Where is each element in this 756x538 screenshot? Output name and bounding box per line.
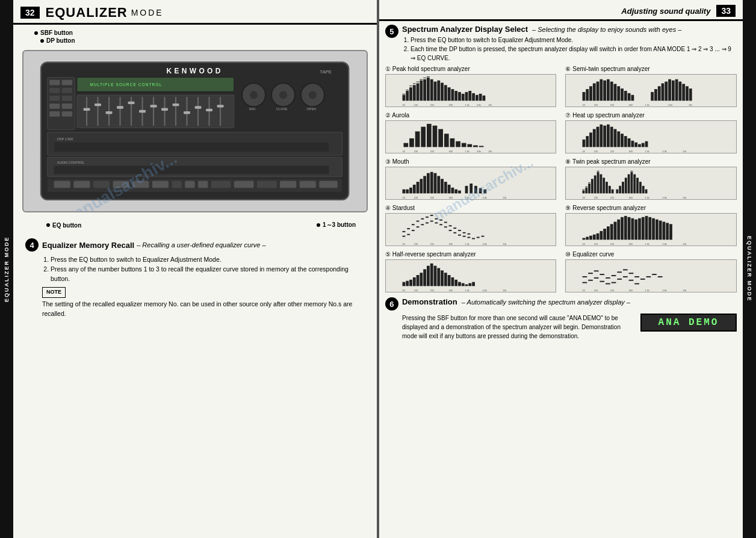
svg-rect-116 <box>593 83 596 100</box>
svg-text:16k: 16k <box>683 289 687 292</box>
svg-rect-84 <box>437 81 440 101</box>
eq-button-label: EQ button <box>52 222 81 229</box>
svg-text:AUDIO CONTROL: AUDIO CONTROL <box>57 161 84 164</box>
svg-text:16k: 16k <box>488 150 492 153</box>
svg-rect-37 <box>162 108 169 111</box>
spectrum-label-9: ⑨ Reverse spectrum analyzer <box>565 205 737 211</box>
spectrum-item-6: ⑥ Semi-twin spectrum analyzer <box>565 66 737 107</box>
svg-rect-122 <box>614 84 617 100</box>
svg-rect-264 <box>417 221 420 222</box>
svg-text:40: 40 <box>403 104 405 107</box>
svg-rect-154 <box>444 134 449 147</box>
svg-rect-287 <box>472 238 475 239</box>
svg-rect-364 <box>618 271 622 273</box>
svg-rect-214 <box>479 188 482 194</box>
svg-rect-319 <box>659 221 662 240</box>
svg-rect-249 <box>631 171 633 172</box>
svg-rect-101 <box>413 83 416 84</box>
svg-rect-341 <box>441 270 444 286</box>
svg-text:100: 100 <box>414 243 418 246</box>
svg-rect-365 <box>623 269 628 270</box>
svg-text:100: 100 <box>594 150 598 153</box>
svg-rect-285 <box>467 237 470 238</box>
svg-rect-266 <box>421 218 424 220</box>
spectrum-display-3: 40 100 250 600 1.6k 4.8k 16k <box>385 167 557 200</box>
svg-rect-208 <box>451 188 454 194</box>
svg-text:600: 600 <box>449 243 453 246</box>
svg-text:100: 100 <box>594 197 598 199</box>
svg-rect-265 <box>421 224 424 225</box>
spectrum-display-9: 40 100 250 600 1.6k 4.8k 16k <box>565 213 737 246</box>
svg-rect-170 <box>590 132 593 147</box>
svg-rect-103 <box>420 79 423 80</box>
svg-rect-91 <box>462 94 465 101</box>
section-5-heading: 5 Spectrum Analyzer Display Select – Sel… <box>385 25 737 63</box>
svg-rect-233 <box>612 190 614 194</box>
svg-rect-368 <box>640 279 645 280</box>
eq-label-row: EQ button <box>46 221 81 229</box>
svg-rect-267 <box>426 222 429 223</box>
svg-rect-178 <box>618 131 621 147</box>
svg-rect-34 <box>128 102 135 104</box>
spectrum-svg-8: 40 100 250 600 1.6k 4.8k 16k <box>566 167 736 199</box>
spectrum-label-2: ② Aurola <box>385 112 557 119</box>
svg-text:40: 40 <box>403 289 405 292</box>
dp-dot <box>40 39 44 43</box>
svg-rect-62 <box>113 181 129 188</box>
svg-text:250: 250 <box>430 150 434 153</box>
svg-rect-215 <box>483 190 486 194</box>
svg-rect-13 <box>62 104 72 109</box>
svg-rect-131 <box>662 83 665 100</box>
svg-rect-322 <box>670 224 673 240</box>
spectrum-svg-5: 40 100 250 600 1.6k 4.8k 16k <box>386 260 556 292</box>
svg-rect-235 <box>619 186 622 194</box>
svg-rect-212 <box>469 184 472 193</box>
sbf-dot <box>34 31 38 35</box>
right-side-label: EQUALIZER MODE <box>743 0 756 538</box>
svg-rect-150 <box>421 127 426 147</box>
svg-text:40: 40 <box>403 243 405 246</box>
svg-rect-283 <box>463 236 466 237</box>
note-box: NOTE <box>42 287 66 298</box>
svg-point-44 <box>250 91 258 99</box>
svg-text:1.6k: 1.6k <box>465 197 469 199</box>
svg-rect-345 <box>454 280 457 286</box>
svg-rect-284 <box>463 232 466 233</box>
svg-text:600: 600 <box>449 197 453 199</box>
svg-rect-311 <box>631 218 634 240</box>
svg-rect-239 <box>631 172 633 194</box>
svg-rect-33 <box>117 107 124 109</box>
svg-rect-228 <box>597 172 600 194</box>
svg-text:40: 40 <box>583 243 585 246</box>
demo-display: ANA DEMO <box>640 314 737 332</box>
sbf-button-label: SBF button <box>40 29 73 36</box>
spectrum-item-9: ⑨ Reverse spectrum analyzer <box>565 205 737 246</box>
svg-text:100: 100 <box>414 289 418 292</box>
svg-rect-310 <box>628 217 631 240</box>
svg-text:16k: 16k <box>503 289 506 292</box>
dp-button-label: DP button <box>46 37 75 44</box>
svg-text:4.8k: 4.8k <box>483 197 487 199</box>
svg-text:TAPE: TAPE <box>320 69 332 75</box>
spectrum-svg-4: 40 100 250 600 1.6k 4.8k 16k <box>386 214 556 246</box>
svg-rect-185 <box>642 143 645 147</box>
svg-rect-377 <box>612 282 616 283</box>
svg-rect-61 <box>93 181 110 188</box>
svg-text:40: 40 <box>583 150 585 153</box>
left-side-label: EQUALIZER MODE <box>0 0 13 538</box>
svg-text:250: 250 <box>610 289 614 292</box>
svg-rect-207 <box>448 185 451 193</box>
svg-rect-339 <box>434 266 437 286</box>
svg-rect-171 <box>593 129 596 147</box>
svg-rect-14 <box>49 111 60 117</box>
svg-rect-9 <box>62 88 72 93</box>
svg-text:4.8k: 4.8k <box>663 289 667 292</box>
svg-rect-350 <box>472 282 475 286</box>
svg-rect-225 <box>589 184 591 193</box>
spectrum-svg-6: 40 100 250 600 1.6k 4.8k 16k <box>566 75 736 107</box>
spectrum-display-4: 40 100 250 600 1.6k 4.8k 16k <box>385 213 557 246</box>
svg-rect-342 <box>444 273 447 286</box>
svg-rect-90 <box>458 92 461 100</box>
svg-rect-30 <box>84 108 90 111</box>
svg-rect-278 <box>449 225 452 226</box>
